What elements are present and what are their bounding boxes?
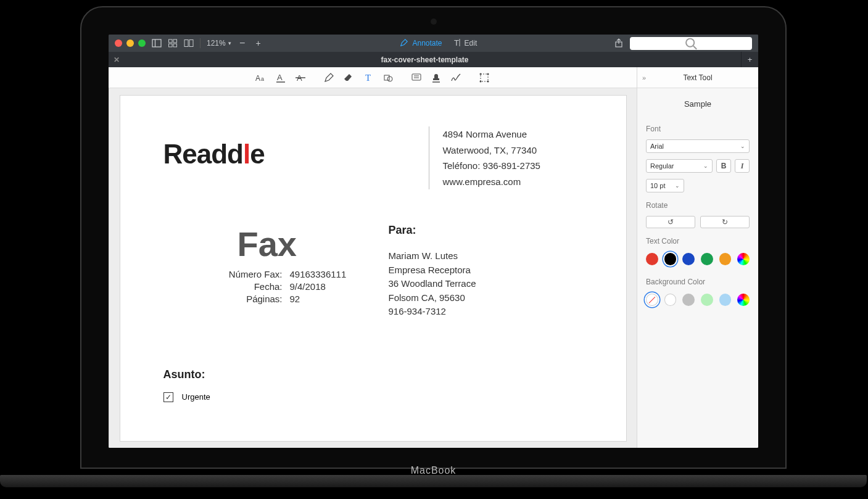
- selection-icon[interactable]: [479, 72, 490, 83]
- svg-rect-6: [184, 40, 188, 47]
- field-paginas: Páginas: 92: [163, 294, 358, 304]
- document-viewport[interactable]: Readdle 4894 Norma Avenue Waterwood, TX,…: [109, 88, 637, 448]
- shape-icon[interactable]: [382, 72, 394, 83]
- svg-rect-20: [384, 75, 389, 80]
- note-icon[interactable]: [411, 72, 422, 83]
- color-swatch[interactable]: [719, 294, 732, 306]
- font-family-select[interactable]: Arial ⌄: [646, 139, 750, 153]
- document-tab[interactable]: ✕ fax-cover-sheet-template: [109, 52, 741, 67]
- annotate-mode-button[interactable]: Annotate: [397, 37, 444, 50]
- share-icon[interactable]: [614, 38, 624, 48]
- inspector-title: Text Tool: [683, 73, 712, 82]
- text-color-label: Text Color: [646, 237, 750, 245]
- svg-line-12: [693, 46, 696, 49]
- pencil-icon[interactable]: [323, 72, 334, 83]
- sidebar-toggle-icon[interactable]: [152, 38, 162, 48]
- tab-title: fax-cover-sheet-template: [381, 56, 468, 64]
- fax-heading: Fax: [163, 224, 358, 264]
- text-tool-icon[interactable]: T: [363, 72, 374, 83]
- rotate-cw-button[interactable]: ↻: [700, 216, 750, 228]
- svg-point-29: [480, 80, 482, 82]
- urgente-label: Urgente: [182, 392, 210, 402]
- urgente-row: ✓ Urgente: [163, 392, 583, 402]
- sample-preview: Sample: [646, 96, 750, 116]
- rotate-label: Rotate: [646, 201, 750, 210]
- svg-text:A: A: [255, 74, 260, 83]
- zoom-control[interactable]: 121% ▾: [207, 39, 231, 47]
- minimize-window-icon[interactable]: [126, 39, 134, 47]
- svg-text:a: a: [261, 76, 264, 82]
- color-swatch[interactable]: [646, 253, 658, 265]
- svg-point-28: [487, 73, 489, 75]
- bg-color-label: Background Color: [646, 278, 750, 286]
- chevron-down-icon: ⌄: [675, 183, 680, 189]
- urgente-checkbox[interactable]: ✓: [163, 392, 173, 402]
- color-swatch[interactable]: [682, 294, 695, 306]
- color-swatch[interactable]: [737, 294, 750, 306]
- laptop-base: MacBook: [0, 475, 867, 487]
- color-swatch[interactable]: [737, 253, 750, 265]
- italic-button[interactable]: I: [735, 159, 750, 173]
- bg-color-swatches: [646, 292, 750, 310]
- svg-point-27: [480, 73, 482, 75]
- underline-icon[interactable]: A: [275, 72, 286, 83]
- close-tab-icon[interactable]: ✕: [114, 56, 120, 64]
- fullscreen-window-icon[interactable]: [138, 39, 146, 47]
- text-style-icon[interactable]: Aa: [255, 72, 267, 83]
- pen-icon: [400, 38, 408, 49]
- color-swatch[interactable]: [664, 294, 677, 306]
- logo: Readdle: [163, 126, 404, 189]
- signature-icon[interactable]: [450, 72, 461, 83]
- field-fecha: Fecha: 9/4/2018: [163, 281, 358, 292]
- svg-rect-2: [169, 39, 173, 43]
- recipient-block: Mariam W. Lutes Empresa Receptora 36 Woo…: [389, 249, 583, 319]
- zoom-value: 121%: [207, 39, 226, 47]
- chevron-down-icon: ⌄: [740, 143, 745, 149]
- svg-point-21: [387, 76, 392, 81]
- bold-button[interactable]: B: [716, 159, 731, 173]
- laptop-label: MacBook: [411, 465, 457, 476]
- asunto-heading: Asunto:: [163, 368, 583, 381]
- svg-text:T: T: [454, 38, 459, 47]
- annotation-toolbar: Aa A A T: [109, 67, 637, 88]
- svg-rect-5: [173, 44, 177, 47]
- color-swatch[interactable]: [719, 253, 732, 265]
- close-window-icon[interactable]: [115, 39, 122, 47]
- rotate-ccw-button[interactable]: ↺: [646, 216, 695, 228]
- window-toolbar: 121% ▾ − + Annotate T Edit: [109, 35, 758, 52]
- font-section-label: Font: [646, 125, 750, 133]
- font-size-select[interactable]: 10 pt ⌄: [646, 179, 684, 192]
- two-page-icon[interactable]: [184, 38, 194, 48]
- color-swatch[interactable]: [682, 253, 695, 265]
- search-input[interactable]: [630, 37, 752, 50]
- thumbnails-icon[interactable]: [168, 38, 178, 48]
- svg-rect-0: [152, 39, 161, 47]
- para-heading: Para:: [389, 224, 583, 237]
- svg-rect-7: [189, 40, 193, 47]
- zoom-in-icon[interactable]: +: [254, 38, 263, 48]
- color-swatch[interactable]: [664, 253, 677, 265]
- color-swatch[interactable]: [701, 294, 713, 306]
- color-swatch[interactable]: [701, 253, 713, 265]
- annotate-label: Annotate: [412, 39, 442, 47]
- separator: [200, 38, 200, 48]
- eraser-icon[interactable]: [343, 72, 354, 83]
- edit-mode-button[interactable]: T Edit: [451, 37, 480, 50]
- svg-rect-4: [169, 44, 173, 47]
- inspector-sidebar: » Text Tool Sample Font Arial ⌄ Regular: [637, 67, 758, 448]
- collapse-sidebar-icon[interactable]: »: [642, 74, 646, 81]
- svg-text:A: A: [277, 73, 283, 82]
- svg-text:T: T: [365, 73, 371, 83]
- camera-dot: [431, 19, 437, 25]
- zoom-out-icon[interactable]: −: [238, 38, 247, 48]
- new-tab-button[interactable]: +: [741, 52, 758, 67]
- font-weight-select[interactable]: Regular ⌄: [646, 159, 713, 173]
- text-cursor-icon: T: [453, 38, 461, 49]
- color-swatch[interactable]: [646, 294, 658, 306]
- field-numero-fax: Número Fax: 49163336111: [163, 269, 358, 279]
- svg-point-30: [487, 80, 489, 82]
- svg-point-11: [686, 38, 694, 46]
- stamp-icon[interactable]: [431, 72, 442, 83]
- app-window: 121% ▾ − + Annotate T Edit: [109, 35, 758, 448]
- strikethrough-icon[interactable]: A: [295, 72, 306, 83]
